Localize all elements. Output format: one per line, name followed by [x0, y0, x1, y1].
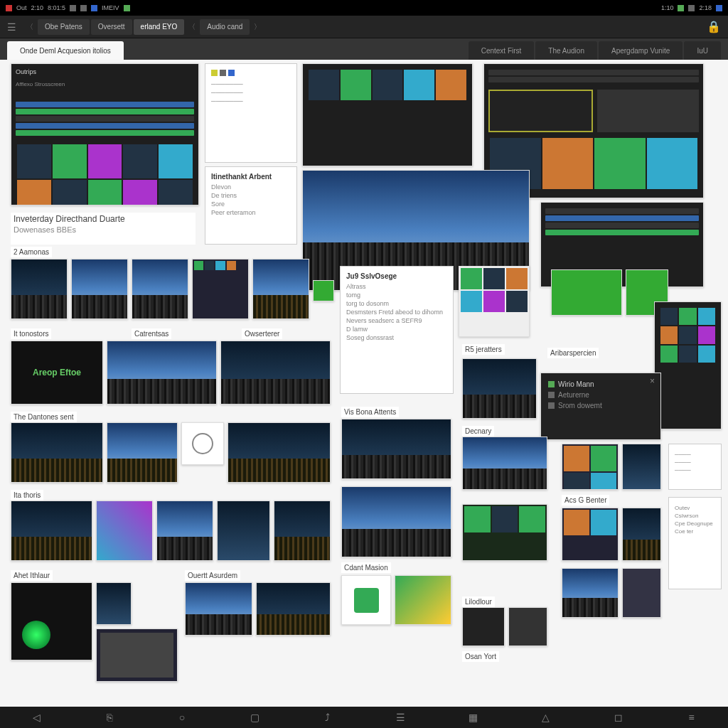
thumbnail[interactable]	[622, 508, 661, 561]
info-panel[interactable]: Ju9 SslvOsege Altrass tomg torg to doson…	[340, 266, 454, 394]
thumbnail-panel[interactable]: Outrips Afflexo Strosscreen	[11, 63, 199, 205]
home-icon[interactable]: ○	[173, 710, 191, 724]
section-title: Inveterday Directhand Duarte	[14, 214, 193, 224]
tab[interactable]: Centext First	[469, 41, 535, 60]
thumbnail[interactable]	[256, 582, 331, 636]
thumbnail[interactable]	[459, 266, 530, 337]
thumbnail[interactable]	[11, 259, 68, 319]
caption: Cdant Masion	[341, 562, 391, 573]
toolbar-button[interactable]: Obe Patens	[38, 19, 90, 35]
thumbnail[interactable]	[185, 582, 252, 636]
tab[interactable]: The Audion	[535, 41, 597, 60]
thumbnail[interactable]	[107, 422, 178, 483]
thumbnail[interactable]	[341, 486, 451, 557]
thumbnail[interactable]	[462, 607, 505, 646]
thumbnail[interactable]	[341, 575, 391, 625]
caption: Catrentsas	[132, 328, 171, 339]
thumbnail[interactable]	[220, 341, 331, 405]
thumbnail[interactable]	[181, 422, 224, 465]
thumbnail[interactable]	[274, 500, 331, 561]
thumbnail[interactable]	[395, 575, 451, 625]
thumbnail[interactable]	[228, 422, 331, 483]
grid-icon[interactable]: ▦	[465, 710, 482, 724]
list-icon[interactable]: ≡	[683, 710, 700, 724]
window-icon[interactable]: ◻	[610, 710, 627, 724]
side-panel[interactable]: Outev CsIwrson Cpe Deognupe Coe ter	[668, 497, 722, 589]
list-item: tomg	[346, 291, 447, 299]
thumbnail[interactable]	[462, 504, 547, 561]
thumbnail[interactable]	[562, 508, 619, 561]
color-swatch[interactable]	[313, 280, 334, 301]
thumbnail[interactable]	[462, 437, 547, 490]
circle-icon	[192, 433, 213, 454]
chevron-left-icon[interactable]: 〈	[26, 22, 33, 32]
status-text: 2:10	[31, 4, 44, 11]
back-icon[interactable]: ◁	[28, 710, 45, 724]
thumbnail[interactable]	[96, 582, 132, 625]
list-item[interactable]: Peer erteramon	[211, 209, 291, 216]
menu-icon[interactable]: ☰	[7, 21, 16, 33]
thumbnail[interactable]	[96, 500, 153, 561]
bullet-icon	[548, 392, 555, 398]
close-icon[interactable]: ×	[650, 376, 655, 386]
menu-icon[interactable]: ☰	[392, 710, 409, 724]
thumbnail[interactable]	[217, 500, 270, 561]
side-panel[interactable]: ─────────────────────	[205, 63, 297, 163]
thumbnail[interactable]: Areop Eftoe	[11, 341, 103, 405]
chevron-right-icon[interactable]: 〉	[254, 22, 261, 32]
caption: Acs G Benter	[562, 495, 609, 505]
thumbnail[interactable]	[562, 568, 619, 618]
thumbnail[interactable]	[132, 259, 188, 319]
list-item[interactable]: Sore	[211, 200, 291, 208]
thumbnail[interactable]	[551, 269, 622, 316]
thumbnail[interactable]	[192, 259, 249, 319]
thumbnail[interactable]	[252, 259, 309, 319]
overlay-card[interactable]: Wirio Mann Aeturerne Srom dowemt ×	[540, 373, 661, 440]
toolbar-button[interactable]: Oversett	[91, 19, 132, 35]
share-icon[interactable]: ⤴	[319, 710, 336, 724]
tag-icon	[220, 70, 226, 76]
card-line: Aeturerne	[558, 391, 589, 399]
apps-icon[interactable]: ▢	[246, 710, 263, 724]
tab[interactable]: Onde Deml Acquesion itolios	[7, 41, 124, 60]
tab-bar: Onde Deml Acquesion itolios Centext Firs…	[0, 38, 728, 60]
thumbnail[interactable]	[508, 607, 547, 646]
chevron-left-icon[interactable]: 〈	[188, 22, 196, 32]
thumbnail[interactable]	[107, 341, 217, 405]
thumbnail[interactable]	[622, 568, 661, 618]
thumbnail-panel[interactable]	[654, 301, 722, 429]
list-item[interactable]: Dlevon	[211, 183, 291, 191]
status-bar: Out 2:10 8:01:5 IMEIV 1:10 2:18	[0, 0, 728, 16]
thumbnail[interactable]	[462, 358, 537, 419]
list-item: Altrass	[346, 283, 447, 290]
tab[interactable]: Apergdamp Vunite	[599, 41, 682, 60]
list-item[interactable]: De triens	[211, 192, 291, 199]
card-line: Srom dowemt	[558, 402, 602, 410]
card-title: Wirio Mann	[558, 380, 594, 388]
thumbnail[interactable]	[96, 628, 178, 682]
thumbnail[interactable]	[562, 444, 619, 490]
list-item: Cpe Deognupe	[675, 520, 715, 527]
toolbar-button[interactable]: erland EYO	[134, 19, 185, 35]
thumbnail[interactable]	[622, 444, 661, 490]
thumbnail[interactable]	[302, 63, 473, 166]
list-item: Nevers seadserc a SEFR9	[346, 317, 447, 324]
caption: 2 Aamonas	[11, 247, 52, 257]
caption: Aribarspercien	[547, 348, 599, 358]
caption: Ouertt Asurdem	[185, 570, 240, 581]
up-icon[interactable]: △	[537, 710, 555, 724]
lock-icon[interactable]: 🔒	[707, 20, 721, 33]
thumbnail[interactable]	[11, 582, 92, 660]
thumbnail[interactable]	[156, 500, 213, 561]
thumbnail[interactable]	[71, 259, 128, 319]
tab[interactable]: IuU	[684, 41, 721, 60]
side-panel[interactable]: ────────────	[668, 444, 722, 490]
thumbnail[interactable]	[341, 419, 451, 479]
thumbnail[interactable]	[11, 422, 103, 483]
toolbar-button[interactable]: Audio cand	[200, 19, 250, 35]
list-item: D lamw	[346, 326, 447, 333]
section-header: Inveterday Directhand Duarte Dowenases B…	[11, 213, 196, 245]
side-panel[interactable]: Itinethankt Arbent Dlevon De triens Sore…	[205, 166, 297, 245]
tab-icon[interactable]: ⎘	[101, 710, 118, 724]
thumbnail[interactable]	[11, 500, 92, 561]
